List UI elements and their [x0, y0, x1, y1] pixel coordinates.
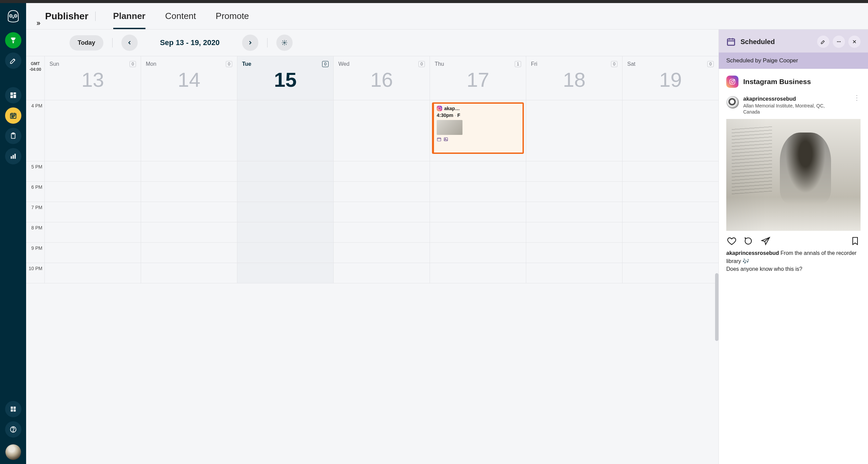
hour-cell[interactable]	[237, 263, 334, 283]
hour-cell[interactable]	[141, 182, 237, 202]
hour-cell[interactable]	[237, 161, 334, 181]
more-button[interactable]	[833, 36, 845, 48]
hour-cell[interactable]	[526, 161, 623, 181]
hour-cell[interactable]	[141, 100, 237, 161]
hour-cell[interactable]	[334, 243, 430, 263]
share-icon[interactable]	[761, 236, 770, 246]
day-header-mon[interactable]: Mon0 14	[141, 56, 237, 100]
owl-logo-icon[interactable]	[6, 9, 20, 23]
day-header-fri[interactable]: Fri0 18	[526, 56, 623, 100]
post-more-icon[interactable]: ⋮	[853, 96, 861, 99]
edit-button[interactable]	[817, 36, 829, 48]
analytics-icon[interactable]	[5, 148, 21, 164]
day-header-thu[interactable]: Thu1 17	[430, 56, 526, 100]
hour-cell[interactable]	[526, 222, 623, 242]
hour-cell[interactable]	[430, 182, 526, 202]
hour-cell[interactable]	[526, 182, 623, 202]
day-header-wed[interactable]: Wed0 16	[334, 56, 430, 100]
svg-point-22	[13, 431, 14, 431]
comment-icon[interactable]	[744, 236, 753, 246]
svg-point-1	[15, 16, 16, 17]
hour-cell[interactable]	[430, 263, 526, 283]
hour-cell[interactable]	[334, 161, 430, 181]
prev-week-button[interactable]	[121, 35, 138, 51]
svg-rect-17	[11, 407, 13, 409]
hour-cell[interactable]	[430, 243, 526, 263]
hour-label: 10 PM	[26, 263, 45, 283]
tab-planner[interactable]: Planner	[113, 3, 145, 29]
hour-cell[interactable]	[141, 263, 237, 283]
hour-cell[interactable]: akap… 4:30pm · F	[430, 100, 526, 161]
hour-cell[interactable]	[430, 222, 526, 242]
hour-cell[interactable]	[623, 161, 718, 181]
trophy-icon[interactable]	[5, 32, 21, 48]
user-avatar[interactable]	[5, 444, 21, 460]
day-header-sat[interactable]: Sat0 19	[623, 56, 718, 100]
tab-content[interactable]: Content	[165, 3, 196, 29]
svg-rect-19	[11, 409, 13, 411]
scrollbar[interactable]	[715, 273, 718, 341]
compose-icon[interactable]	[5, 53, 21, 69]
hour-cell[interactable]	[141, 161, 237, 181]
hour-cell[interactable]	[141, 202, 237, 222]
post-avatar	[726, 96, 739, 109]
hour-cell[interactable]	[237, 222, 334, 242]
hour-cell[interactable]	[45, 202, 141, 222]
caption-username: akaprincessrosebud	[726, 250, 779, 256]
settings-button[interactable]	[276, 35, 293, 51]
today-button[interactable]: Today	[70, 35, 103, 51]
hour-cell[interactable]	[623, 222, 718, 242]
hour-cell[interactable]	[237, 182, 334, 202]
help-icon[interactable]	[5, 421, 21, 438]
hour-cell[interactable]	[45, 263, 141, 283]
hour-cell[interactable]	[623, 202, 718, 222]
calendar-nav-icon[interactable]	[5, 107, 21, 124]
hour-cell[interactable]	[623, 182, 718, 202]
bookmark-icon[interactable]	[850, 236, 860, 246]
timezone-label: GMT -04:00	[26, 56, 45, 100]
panel-status: Scheduled	[741, 38, 775, 46]
hour-cell[interactable]	[526, 263, 623, 283]
svg-point-10	[12, 117, 12, 118]
hour-cell[interactable]	[45, 222, 141, 242]
hour-cell[interactable]	[45, 161, 141, 181]
hour-cell[interactable]	[526, 202, 623, 222]
hour-cell[interactable]	[526, 243, 623, 263]
streams-icon[interactable]	[5, 87, 21, 103]
hour-cell[interactable]	[45, 100, 141, 161]
clipboard-icon[interactable]	[5, 128, 21, 144]
hour-cell[interactable]	[141, 243, 237, 263]
scheduled-event-card[interactable]: akap… 4:30pm · F	[432, 102, 524, 154]
hour-cell[interactable]	[334, 100, 430, 161]
like-icon[interactable]	[727, 236, 736, 246]
day-header-tue[interactable]: Tue0 15	[237, 56, 334, 100]
hour-cell[interactable]	[623, 263, 718, 283]
hour-cell[interactable]	[237, 243, 334, 263]
hour-cell[interactable]	[526, 100, 623, 161]
hour-cell[interactable]	[334, 182, 430, 202]
day-header-sun[interactable]: Sun0 13	[45, 56, 141, 100]
apps-icon[interactable]	[5, 401, 21, 417]
hour-cell[interactable]	[141, 222, 237, 242]
hour-cell[interactable]	[237, 202, 334, 222]
hour-cell[interactable]	[334, 263, 430, 283]
hour-cell[interactable]	[334, 222, 430, 242]
hour-cell[interactable]	[430, 202, 526, 222]
next-week-button[interactable]	[242, 35, 258, 51]
hour-cell[interactable]	[237, 100, 334, 161]
svg-rect-4	[13, 95, 16, 98]
close-button[interactable]	[848, 36, 861, 48]
calendar-body[interactable]: 4 PM akap… 4:30pm · F	[26, 100, 718, 464]
date-range-label: Sep 13 - 19, 2020	[160, 38, 220, 47]
tab-promote[interactable]: Promote	[216, 3, 249, 29]
hour-label: 9 PM	[26, 243, 45, 263]
hour-cell[interactable]	[623, 243, 718, 263]
hour-cell[interactable]	[45, 182, 141, 202]
event-account: akap…	[444, 106, 460, 111]
expand-sidebar-icon[interactable]	[34, 19, 43, 28]
hour-cell[interactable]	[623, 100, 718, 161]
hour-cell[interactable]	[430, 161, 526, 181]
hour-cell[interactable]	[334, 202, 430, 222]
primary-sidebar	[0, 3, 26, 464]
hour-cell[interactable]	[45, 243, 141, 263]
